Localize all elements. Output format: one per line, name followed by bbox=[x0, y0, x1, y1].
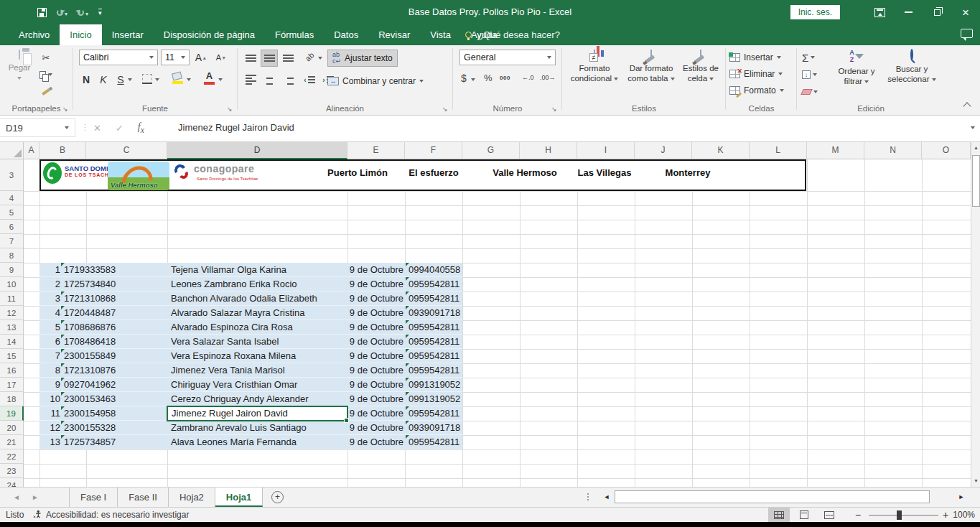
scroll-right-icon[interactable]: ► bbox=[955, 490, 968, 503]
borders-icon[interactable] bbox=[142, 74, 152, 84]
cell-id[interactable]: 0927041962 bbox=[64, 378, 116, 392]
number-format-select[interactable]: General bbox=[459, 50, 556, 65]
decrease-decimal-button[interactable]: .00→ bbox=[540, 74, 556, 81]
sheet-tab-hoja2[interactable]: Hoja2 bbox=[169, 488, 215, 507]
column-header-g[interactable]: G bbox=[462, 142, 520, 159]
formula-bar-handle[interactable]: ⋮ bbox=[81, 123, 89, 132]
zoom-in-icon[interactable]: + bbox=[943, 509, 948, 521]
tab-vista[interactable]: Vista bbox=[420, 24, 461, 45]
row-header-21[interactable]: 21 bbox=[0, 435, 24, 449]
column-header-a[interactable]: A bbox=[24, 142, 39, 159]
cell-name[interactable]: Zambrano Arevalo Luis Santiago bbox=[171, 421, 307, 435]
row-header-3[interactable]: 3 bbox=[0, 159, 24, 191]
sheet-nav-right-icon[interactable]: ► bbox=[32, 488, 39, 508]
copy-button[interactable] bbox=[37, 67, 55, 83]
tab-revisar[interactable]: Revisar bbox=[368, 24, 420, 45]
cell-name[interactable]: Leones Zambrano Erika Rocio bbox=[171, 277, 297, 292]
conditional-formatting-button[interactable]: ≠ Formato condicional bbox=[569, 50, 620, 83]
vertical-scrollbar[interactable]: ▲ ▼ bbox=[971, 142, 980, 487]
column-header-k[interactable]: K bbox=[692, 142, 750, 159]
cell-id[interactable]: 2300155328 bbox=[64, 421, 116, 435]
cell-sector[interactable]: 9 de Octubre bbox=[347, 421, 403, 435]
cell-sector[interactable]: 9 de Octubre bbox=[347, 292, 403, 306]
tab-f-rmulas[interactable]: Fórmulas bbox=[265, 24, 324, 45]
delete-cells-button[interactable]: ✕ Eliminar bbox=[729, 66, 783, 82]
percent-button[interactable]: % bbox=[484, 73, 493, 83]
cut-button[interactable]: ✂ bbox=[37, 50, 55, 65]
column-header-j[interactable]: J bbox=[635, 142, 692, 159]
column-header-i[interactable]: I bbox=[577, 142, 635, 159]
cell-number[interactable]: 9 bbox=[39, 378, 60, 392]
cell-sector[interactable]: 9 de Octubre bbox=[347, 363, 403, 378]
row-header-19[interactable]: 19 bbox=[0, 406, 24, 421]
cell-number[interactable]: 13 bbox=[39, 435, 60, 449]
row-header-23[interactable]: 23 bbox=[0, 464, 24, 478]
bold-button[interactable]: N bbox=[79, 71, 93, 88]
orientation-caret-icon[interactable] bbox=[318, 57, 322, 60]
zoom-level[interactable]: 100% bbox=[953, 510, 975, 520]
column-header-m[interactable]: M bbox=[807, 142, 864, 159]
feedback-comment-icon[interactable] bbox=[961, 29, 973, 38]
cell-phone[interactable]: 0959542811 bbox=[409, 406, 459, 421]
insert-function-icon[interactable]: fx bbox=[138, 121, 144, 135]
cell-number[interactable]: 8 bbox=[39, 363, 60, 378]
cell-name[interactable]: Alvarado Espinoza Cira Rosa bbox=[171, 320, 293, 335]
fill-color-caret-icon[interactable] bbox=[187, 78, 191, 81]
row-header-24[interactable]: 24 bbox=[0, 478, 24, 487]
cell-id[interactable]: 1721310876 bbox=[64, 363, 116, 378]
scroll-left-icon[interactable]: ◄ bbox=[600, 490, 613, 503]
cell-id[interactable]: 2300153463 bbox=[64, 392, 116, 406]
row-header-14[interactable]: 14 bbox=[0, 335, 24, 349]
cell-number[interactable]: 10 bbox=[39, 392, 60, 406]
underline-caret-icon[interactable] bbox=[128, 78, 132, 81]
orientation-icon[interactable]: ab bbox=[304, 50, 316, 62]
scroll-up-icon[interactable]: ▲ bbox=[971, 142, 980, 154]
cell-number[interactable]: 12 bbox=[39, 421, 60, 435]
row-header-11[interactable]: 11 bbox=[0, 292, 24, 306]
header-banner-cell[interactable]: SANTO DOMINGO DE LOS TSACHILAS Valle Her… bbox=[39, 159, 806, 191]
cell-sector[interactable]: 9 de Octubre bbox=[347, 406, 403, 421]
row-header-12[interactable]: 12 bbox=[0, 306, 24, 320]
autosum-button[interactable]: Σ bbox=[802, 50, 815, 65]
tab-datos[interactable]: Datos bbox=[324, 24, 368, 45]
horizontal-scroll-thumb[interactable] bbox=[615, 490, 930, 503]
cell-name[interactable]: Tejena Villamar Olga Karina bbox=[171, 263, 286, 277]
cell-id[interactable]: 2300155849 bbox=[64, 349, 116, 363]
formula-bar-value[interactable]: Jimenez Rugel Jairon David bbox=[178, 118, 294, 137]
decrease-indent-button[interactable]: ‹ bbox=[301, 71, 318, 88]
cell-phone[interactable]: 0959542811 bbox=[409, 277, 459, 292]
column-header-l[interactable]: L bbox=[750, 142, 807, 159]
sort-filter-button[interactable]: AZ Ordenar y filtrar bbox=[831, 50, 882, 86]
tab-inicio[interactable]: Inicio bbox=[60, 24, 101, 45]
cell-id[interactable]: 1720448487 bbox=[64, 306, 116, 320]
clipboard-dialog-launcher-icon[interactable]: ↘ bbox=[62, 106, 70, 113]
row-header-6[interactable]: 6 bbox=[0, 220, 24, 234]
row-header-8[interactable]: 8 bbox=[0, 248, 24, 263]
font-color-caret-icon[interactable] bbox=[218, 78, 223, 81]
row-header-18[interactable]: 18 bbox=[0, 392, 24, 406]
cell-sector[interactable]: 9 de Octubre bbox=[347, 435, 403, 449]
format-cells-button[interactable]: Formato bbox=[729, 83, 784, 98]
row-header-9[interactable]: 9 bbox=[0, 263, 24, 277]
cell-number[interactable]: 7 bbox=[39, 349, 60, 363]
cell-number[interactable]: 3 bbox=[39, 292, 60, 306]
page-break-view-button[interactable] bbox=[818, 508, 840, 522]
align-top-button[interactable] bbox=[242, 50, 259, 67]
cell-sector[interactable]: 9 de Octubre bbox=[347, 335, 403, 349]
row-header-5[interactable]: 5 bbox=[0, 205, 24, 220]
paste-button[interactable]: Pegar bbox=[4, 50, 34, 83]
cell-phone[interactable]: 0959542811 bbox=[409, 349, 459, 363]
cell-phone[interactable]: 0991319052 bbox=[409, 378, 460, 392]
merge-center-button[interactable]: ↔ Combinar y centrar bbox=[327, 73, 424, 89]
column-header-b[interactable]: B bbox=[39, 142, 86, 159]
row-header-4[interactable]: 4 bbox=[0, 191, 24, 205]
cell-phone[interactable]: 0959542811 bbox=[409, 335, 459, 349]
cell-phone[interactable]: 0959542811 bbox=[409, 363, 459, 378]
column-header-d[interactable]: D bbox=[167, 142, 347, 159]
column-header-f[interactable]: F bbox=[405, 142, 462, 159]
vertical-scroll-thumb[interactable] bbox=[972, 155, 980, 207]
row-header-15[interactable]: 15 bbox=[0, 349, 24, 363]
cell-number[interactable]: 11 bbox=[39, 406, 60, 421]
align-middle-button[interactable] bbox=[261, 50, 278, 67]
sheet-tab-fase-i[interactable]: Fase I bbox=[69, 488, 118, 507]
